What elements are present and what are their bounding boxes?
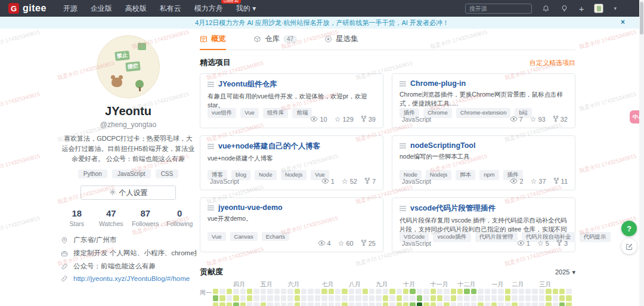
- feedback-edit-button[interactable]: [621, 239, 637, 254]
- watch-count[interactable]: 4: [318, 239, 331, 248]
- pencil-square-icon: [626, 243, 633, 251]
- fork-count[interactable]: 39: [361, 115, 376, 123]
- gitee-logo[interactable]: G gitee: [8, 3, 47, 14]
- skill-tag[interactable]: Python: [78, 169, 107, 178]
- project-card[interactable]: nodeScriptingToolnode编写的一些脚本工具NodeNodejs…: [392, 135, 575, 190]
- star-count[interactable]: ☆52: [342, 177, 357, 186]
- tab-count-badge: 47: [283, 35, 297, 43]
- plus-icon[interactable]: +: [579, 4, 584, 13]
- navbar-item-1[interactable]: 企业版: [91, 4, 112, 14]
- heatmap-cell: [403, 302, 408, 306]
- heatmap-cell: [505, 302, 510, 306]
- repo-title[interactable]: JYeontu组件仓库: [218, 79, 277, 89]
- navbar-item-4[interactable]: 模力方舟Gitee AI: [194, 4, 223, 14]
- heatmap-cell: [281, 289, 286, 294]
- repo-title[interactable]: vue+node搭建自己的个人博客: [218, 141, 320, 152]
- fork-count[interactable]: 11: [553, 177, 568, 186]
- watch-count[interactable]: 1: [321, 177, 335, 186]
- heatmap-cell: [491, 295, 497, 301]
- repo-title[interactable]: Chrome-plug-in: [410, 79, 466, 88]
- profile-settings-button[interactable]: 个人设置: [80, 186, 176, 200]
- project-card[interactable]: Chrome-plug-inChrome浏览器插件，更换Chrome网页背景图，…: [392, 73, 575, 128]
- heatmap-cell: [431, 302, 436, 306]
- close-icon[interactable]: ×: [621, 18, 625, 26]
- project-card[interactable]: JYeontu组件仓库有趣且可能有用的vue组件开发，欢迎体验，欢迎pr，欢迎s…: [200, 73, 383, 128]
- stat-label: Following: [163, 220, 197, 227]
- fork-count[interactable]: 25: [361, 239, 376, 248]
- star-count[interactable]: ☆93: [530, 115, 546, 123]
- heatmap-cell: [253, 289, 259, 294]
- avatar-bear-decor: [112, 78, 122, 87]
- heatmap-month-label: 十月: [403, 280, 415, 289]
- navbar-item-0[interactable]: 开源: [63, 4, 78, 14]
- watch-count[interactable]: 2: [510, 177, 523, 186]
- skill-tag[interactable]: CSS: [156, 169, 179, 178]
- stat-following[interactable]: 0Following: [163, 208, 197, 227]
- repo-tag[interactable]: 代码提示: [580, 232, 611, 242]
- heatmap-cell: [240, 289, 246, 294]
- drag-handle-icon[interactable]: [400, 81, 406, 86]
- repo-title[interactable]: vscode代码片段管理插件: [410, 203, 496, 214]
- star-count[interactable]: ☆129: [335, 115, 354, 123]
- chevron-down-icon[interactable]: ▾: [614, 5, 617, 11]
- drag-handle-icon[interactable]: [208, 82, 214, 87]
- bell-icon[interactable]: [542, 4, 550, 13]
- year-dropdown[interactable]: 2025 ▾: [555, 268, 575, 276]
- heatmap-month-label: 一月: [491, 280, 503, 289]
- stat-value: 87: [128, 208, 163, 218]
- fork-count[interactable]: 7: [364, 177, 376, 186]
- star-count[interactable]: ☆5: [537, 239, 549, 248]
- tab-1[interactable]: 仓库47: [253, 33, 297, 50]
- navbar-item-my[interactable]: 我的 ▾: [236, 4, 256, 14]
- navbar-item-3[interactable]: 私有云: [160, 4, 181, 14]
- heatmap-cell: [444, 302, 449, 306]
- heatmap-cell: [491, 289, 497, 294]
- fork-count[interactable]: 32: [553, 115, 568, 123]
- scrollbar-thumb[interactable]: [640, 2, 643, 35]
- stat-watches[interactable]: 47Watches: [94, 208, 129, 227]
- repo-title[interactable]: jyeontu-vue-demo: [218, 203, 283, 212]
- tab-0[interactable]: 概览: [200, 33, 226, 50]
- heatmap-cell: [498, 289, 503, 294]
- repo-title[interactable]: nodeScriptingTool: [410, 141, 475, 150]
- heatmap-cell: [349, 295, 354, 301]
- heatmap-cell: [233, 289, 239, 294]
- watermark-text: 我是水印 174325340815: [578, 152, 637, 175]
- drag-handle-icon[interactable]: [400, 143, 406, 149]
- watch-count[interactable]: 7: [510, 115, 523, 123]
- drag-handle-icon[interactable]: [400, 206, 406, 211]
- project-card[interactable]: vue+node搭建自己的个人博客vue+node搭建个人博客博客blogNod…: [200, 135, 383, 190]
- help-button[interactable]: ?: [621, 221, 637, 236]
- watch-count[interactable]: 1: [517, 239, 530, 248]
- contribution-heatmap: [213, 289, 573, 306]
- profile-website-link[interactable]: http://jyeontu.xyz/JYeontuBlog/#/home: [73, 275, 190, 282]
- fork-icon: [553, 177, 559, 186]
- fork-count[interactable]: 3: [556, 239, 568, 248]
- star-count[interactable]: ☆37: [531, 177, 546, 186]
- profile-bio: 喜欢算法，GDCPC打过卡；热爱羽毛球，大运会打过酱油。目前担任H5前端开发，算…: [60, 134, 197, 164]
- search-input[interactable]: [465, 4, 532, 14]
- user-avatar-small[interactable]: [594, 4, 603, 13]
- heatmap-cell: [383, 295, 388, 301]
- stat-followers[interactable]: 87Followers: [128, 208, 163, 227]
- drag-handle-icon[interactable]: [208, 205, 214, 211]
- watch-count[interactable]: 10: [310, 115, 327, 123]
- tab-2[interactable]: 星选集: [324, 33, 358, 50]
- heatmap-cell: [471, 289, 476, 294]
- avatar[interactable]: 禁止 摆烂: [97, 35, 160, 98]
- drag-handle-icon[interactable]: [208, 144, 214, 149]
- customize-featured-link[interactable]: 自定义精选项目: [530, 58, 575, 67]
- project-card[interactable]: jyeontu-vue-demovue开发demo。VueCanvasEchar…: [200, 197, 383, 252]
- balloon-icon[interactable]: [561, 4, 569, 13]
- project-card[interactable]: vscode代码片段管理插件代码片段保存复用 vscode 插件，支持代码提示自…: [392, 197, 575, 252]
- star-count[interactable]: ☆60: [338, 239, 354, 248]
- announcement-text[interactable]: 4月12日模力方舟 AI 应用沙龙·杭州站报名开放，产研前线第一手干货，AI 开…: [195, 18, 449, 27]
- heatmap-cell: [287, 302, 293, 306]
- heatmap-cell: [478, 289, 483, 294]
- heatmap-cell: [281, 295, 286, 301]
- heatmap-cell: [274, 295, 280, 301]
- skill-tag[interactable]: JavaScript: [112, 169, 151, 178]
- stat-stars[interactable]: 18Stars: [60, 208, 94, 227]
- navbar-item-2[interactable]: 高校版: [125, 4, 147, 14]
- heatmap-cell: [431, 295, 436, 301]
